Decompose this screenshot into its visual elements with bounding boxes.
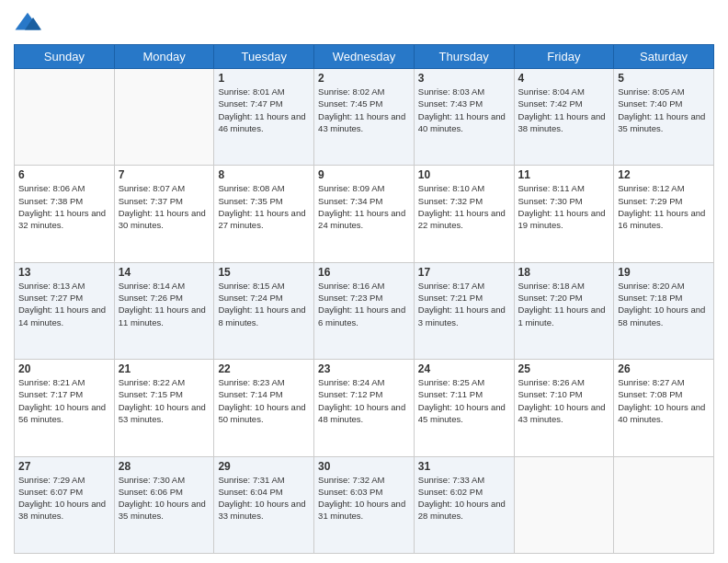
calendar-week-2: 6Sunrise: 8:06 AM Sunset: 7:38 PM Daylig… (15, 166, 714, 262)
calendar-cell: 28Sunrise: 7:30 AM Sunset: 6:06 PM Dayli… (114, 456, 214, 553)
day-number: 19 (618, 266, 710, 279)
calendar-cell (614, 456, 714, 553)
day-number: 4 (518, 72, 610, 85)
calendar-header-saturday: Saturday (614, 45, 714, 69)
day-info: Sunrise: 8:21 AM Sunset: 7:17 PM Dayligh… (18, 376, 110, 425)
calendar-cell: 10Sunrise: 8:10 AM Sunset: 7:32 PM Dayli… (414, 166, 514, 262)
calendar-header-sunday: Sunday (15, 45, 115, 69)
calendar-cell: 19Sunrise: 8:20 AM Sunset: 7:18 PM Dayli… (614, 262, 714, 359)
day-info: Sunrise: 8:03 AM Sunset: 7:43 PM Dayligh… (418, 86, 510, 134)
calendar: SundayMondayTuesdayWednesdayThursdayFrid… (14, 44, 714, 554)
day-info: Sunrise: 8:07 AM Sunset: 7:37 PM Dayligh… (119, 182, 210, 231)
logo (14, 9, 45, 37)
calendar-cell: 22Sunrise: 8:23 AM Sunset: 7:14 PM Dayli… (214, 360, 314, 456)
day-info: Sunrise: 8:23 AM Sunset: 7:14 PM Dayligh… (218, 376, 310, 425)
calendar-header-row: SundayMondayTuesdayWednesdayThursdayFrid… (15, 45, 714, 69)
calendar-week-4: 20Sunrise: 8:21 AM Sunset: 7:17 PM Dayli… (15, 360, 714, 456)
calendar-header-tuesday: Tuesday (214, 45, 314, 69)
page: SundayMondayTuesdayWednesdayThursdayFrid… (0, 0, 728, 563)
calendar-cell: 13Sunrise: 8:13 AM Sunset: 7:27 PM Dayli… (15, 262, 115, 359)
day-info: Sunrise: 8:24 AM Sunset: 7:12 PM Dayligh… (318, 376, 410, 425)
calendar-cell: 4Sunrise: 8:04 AM Sunset: 7:42 PM Daylig… (514, 69, 614, 166)
day-info: Sunrise: 8:14 AM Sunset: 7:26 PM Dayligh… (119, 280, 210, 328)
day-number: 11 (518, 168, 610, 181)
calendar-cell: 25Sunrise: 8:26 AM Sunset: 7:10 PM Dayli… (514, 360, 614, 456)
calendar-cell: 11Sunrise: 8:11 AM Sunset: 7:30 PM Dayli… (514, 166, 614, 262)
day-number: 16 (318, 266, 410, 279)
day-number: 3 (418, 72, 510, 85)
calendar-cell (514, 456, 614, 553)
day-info: Sunrise: 7:29 AM Sunset: 6:07 PM Dayligh… (18, 474, 110, 523)
day-number: 25 (518, 362, 610, 375)
calendar-cell: 5Sunrise: 8:05 AM Sunset: 7:40 PM Daylig… (614, 69, 714, 166)
day-info: Sunrise: 8:11 AM Sunset: 7:30 PM Dayligh… (518, 182, 610, 231)
day-info: Sunrise: 8:15 AM Sunset: 7:24 PM Dayligh… (218, 280, 310, 328)
day-number: 8 (218, 168, 310, 181)
header (14, 9, 714, 37)
day-number: 29 (218, 460, 310, 473)
calendar-header-friday: Friday (514, 45, 614, 69)
day-info: Sunrise: 8:13 AM Sunset: 7:27 PM Dayligh… (18, 280, 110, 328)
calendar-cell (114, 69, 214, 166)
day-number: 12 (618, 168, 710, 181)
calendar-cell: 26Sunrise: 8:27 AM Sunset: 7:08 PM Dayli… (614, 360, 714, 456)
day-info: Sunrise: 7:31 AM Sunset: 6:04 PM Dayligh… (218, 474, 310, 523)
calendar-cell: 23Sunrise: 8:24 AM Sunset: 7:12 PM Dayli… (314, 360, 415, 456)
calendar-cell: 18Sunrise: 8:18 AM Sunset: 7:20 PM Dayli… (514, 262, 614, 359)
day-info: Sunrise: 8:20 AM Sunset: 7:18 PM Dayligh… (618, 280, 710, 328)
day-info: Sunrise: 8:10 AM Sunset: 7:32 PM Dayligh… (418, 182, 510, 231)
day-number: 27 (18, 460, 110, 473)
day-number: 31 (418, 460, 510, 473)
day-info: Sunrise: 7:32 AM Sunset: 6:03 PM Dayligh… (318, 474, 410, 523)
day-number: 9 (318, 168, 410, 181)
day-info: Sunrise: 7:30 AM Sunset: 6:06 PM Dayligh… (119, 474, 210, 523)
calendar-week-3: 13Sunrise: 8:13 AM Sunset: 7:27 PM Dayli… (15, 262, 714, 359)
day-number: 7 (119, 168, 210, 181)
day-info: Sunrise: 8:01 AM Sunset: 7:47 PM Dayligh… (218, 86, 310, 134)
day-number: 15 (218, 266, 310, 279)
calendar-cell: 14Sunrise: 8:14 AM Sunset: 7:26 PM Dayli… (114, 262, 214, 359)
calendar-week-1: 1Sunrise: 8:01 AM Sunset: 7:47 PM Daylig… (15, 69, 714, 166)
day-number: 18 (518, 266, 610, 279)
calendar-cell: 29Sunrise: 7:31 AM Sunset: 6:04 PM Dayli… (214, 456, 314, 553)
day-number: 14 (119, 266, 210, 279)
day-number: 10 (418, 168, 510, 181)
calendar-cell: 30Sunrise: 7:32 AM Sunset: 6:03 PM Dayli… (314, 456, 415, 553)
calendar-cell: 6Sunrise: 8:06 AM Sunset: 7:38 PM Daylig… (15, 166, 115, 262)
calendar-header-monday: Monday (114, 45, 214, 69)
day-info: Sunrise: 8:17 AM Sunset: 7:21 PM Dayligh… (418, 280, 510, 328)
day-info: Sunrise: 8:08 AM Sunset: 7:35 PM Dayligh… (218, 182, 310, 231)
calendar-cell: 20Sunrise: 8:21 AM Sunset: 7:17 PM Dayli… (15, 360, 115, 456)
calendar-week-5: 27Sunrise: 7:29 AM Sunset: 6:07 PM Dayli… (15, 456, 714, 553)
calendar-cell: 8Sunrise: 8:08 AM Sunset: 7:35 PM Daylig… (214, 166, 314, 262)
day-number: 22 (218, 362, 310, 375)
day-info: Sunrise: 8:04 AM Sunset: 7:42 PM Dayligh… (518, 86, 610, 134)
calendar-cell: 15Sunrise: 8:15 AM Sunset: 7:24 PM Dayli… (214, 262, 314, 359)
calendar-cell: 21Sunrise: 8:22 AM Sunset: 7:15 PM Dayli… (114, 360, 214, 456)
calendar-cell: 27Sunrise: 7:29 AM Sunset: 6:07 PM Dayli… (15, 456, 115, 553)
calendar-cell: 12Sunrise: 8:12 AM Sunset: 7:29 PM Dayli… (614, 166, 714, 262)
day-info: Sunrise: 7:33 AM Sunset: 6:02 PM Dayligh… (418, 474, 510, 523)
day-number: 28 (119, 460, 210, 473)
day-info: Sunrise: 8:02 AM Sunset: 7:45 PM Dayligh… (318, 86, 410, 134)
day-number: 2 (318, 72, 410, 85)
day-info: Sunrise: 8:18 AM Sunset: 7:20 PM Dayligh… (518, 280, 610, 328)
calendar-cell: 31Sunrise: 7:33 AM Sunset: 6:02 PM Dayli… (414, 456, 514, 553)
day-number: 13 (18, 266, 110, 279)
day-number: 23 (318, 362, 410, 375)
calendar-cell: 17Sunrise: 8:17 AM Sunset: 7:21 PM Dayli… (414, 262, 514, 359)
calendar-cell: 24Sunrise: 8:25 AM Sunset: 7:11 PM Dayli… (414, 360, 514, 456)
calendar-cell: 3Sunrise: 8:03 AM Sunset: 7:43 PM Daylig… (414, 69, 514, 166)
calendar-cell: 9Sunrise: 8:09 AM Sunset: 7:34 PM Daylig… (314, 166, 415, 262)
calendar-header-thursday: Thursday (414, 45, 514, 69)
day-info: Sunrise: 8:26 AM Sunset: 7:10 PM Dayligh… (518, 376, 610, 425)
calendar-cell (15, 69, 115, 166)
logo-icon (14, 9, 41, 37)
day-info: Sunrise: 8:09 AM Sunset: 7:34 PM Dayligh… (318, 182, 410, 231)
day-number: 30 (318, 460, 410, 473)
day-info: Sunrise: 8:27 AM Sunset: 7:08 PM Dayligh… (618, 376, 710, 425)
day-number: 1 (218, 72, 310, 85)
day-number: 5 (618, 72, 710, 85)
calendar-cell: 7Sunrise: 8:07 AM Sunset: 7:37 PM Daylig… (114, 166, 214, 262)
day-number: 20 (18, 362, 110, 375)
